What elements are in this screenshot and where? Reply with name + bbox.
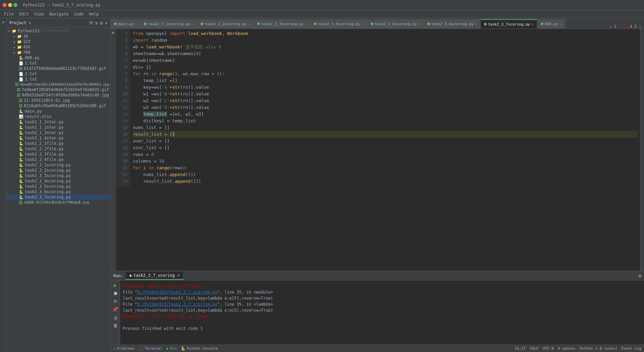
close-sidebar-icon[interactable]: ✕ [105, 20, 108, 26]
tab-task234[interactable]: task2_3_4scoring.py ✕ [311, 19, 367, 29]
menu-code[interactable]: Code [71, 11, 87, 17]
file-task237[interactable]: 🐍 task2_3_7scoring.py [7, 194, 110, 200]
run-icon: ▶ [130, 273, 132, 278]
sidebar-content: ▾ 📁 Python123 D:\Python123 ▸ 📁 10 ▸ 📁 12… [7, 28, 110, 352]
run-play-icon[interactable]: ▶ [113, 282, 117, 289]
close-run-tab-icon[interactable]: ✕ [177, 273, 179, 277]
close-tab-icon[interactable]: ✕ [418, 22, 420, 26]
close-tab-icon[interactable]: ✕ [531, 23, 533, 26]
menubar: File Edit View Navigate Code Help [0, 10, 644, 18]
file-task214[interactable]: 🐍 task2_1_4star.py [7, 135, 110, 141]
file-2txt[interactable]: 📄 2.txt [7, 71, 110, 77]
file-resultxlsx[interactable]: 📊 result.xlsx [7, 114, 110, 119]
file-task211[interactable]: 🐍 task2_1_1star.py [7, 119, 110, 125]
tab-mainpy[interactable]: main.py ✕ [111, 19, 141, 29]
line-ending[interactable]: CRLF [530, 346, 539, 351]
error-link1[interactable]: D:/Python123/task2_3_7_scoring.py [137, 290, 217, 295]
expand-icon[interactable]: ⌄ [639, 24, 641, 29]
file-task223[interactable]: 🐍 task2_2_3file.py [7, 151, 110, 157]
tab-task235[interactable]: task2_3_5scoring.py ✕ [367, 19, 424, 29]
file-gif1[interactable]: 🖼 01d7275858ebdaa801219c7702d107.gif [7, 66, 110, 71]
file-task213[interactable]: 🐍 task2_1_3star.py [7, 130, 110, 135]
error-code-line1: last_result=sorted(result_list,key=lambd… [123, 295, 641, 301]
tab-task236[interactable]: task2_3_6scoring.py ✕ [424, 19, 481, 29]
indent-info[interactable]: 4 spaces [558, 346, 576, 351]
close-tab-icon[interactable]: ✕ [248, 22, 250, 26]
py-indicator [314, 23, 317, 25]
file-task231[interactable]: 🐍 task2_3_1scoring.py [7, 162, 110, 168]
encoding[interactable]: UTF-8 [543, 346, 554, 351]
file-gif2[interactable]: 🖼 7e9ba8f285854d8ebf52025e576e0d33.gif [7, 87, 110, 92]
file-task234[interactable]: 🐍 task2_3_4scoring.py [7, 178, 110, 184]
menu-edit[interactable]: Edit [16, 11, 32, 17]
file-1txt[interactable]: 📄 1.txt [7, 60, 110, 66]
event-log[interactable]: Event Log [621, 346, 641, 351]
close-tab-icon[interactable]: ✕ [305, 22, 307, 26]
maximize-button[interactable] [13, 3, 17, 7]
problems-tab[interactable]: ⚠ Problems [113, 346, 135, 351]
run-pin-icon[interactable]: 📌 [112, 306, 119, 313]
run-stop-icon[interactable]: ⏹ [112, 290, 118, 297]
file-jpg2[interactable]: 🖼 8d9d31be07247c0fd9a5b88a74a81c45.jpg [7, 92, 110, 98]
file-3txt[interactable]: 📄 3.txt [7, 77, 110, 82]
sidebar-root[interactable]: ▾ 📁 Python123 D:\Python123 [7, 28, 110, 34]
run-settings-icon[interactable]: ⚙ [639, 273, 644, 278]
tab-task232[interactable]: task2_3_2scoring.py ✕ [197, 19, 254, 29]
tab-task231[interactable]: task2_3_1scoring.py ✕ [141, 19, 197, 29]
close-tab-icon[interactable]: ✕ [475, 22, 477, 26]
error-link2[interactable]: D:/Python123/task2_3_7_scoring.py [137, 302, 217, 307]
file-mainpy[interactable]: 🐍 main.py [7, 108, 110, 114]
run-tab[interactable]: ▶ task2_3_7_scoring ✕ [126, 272, 184, 280]
code-line: temp_list =[] [133, 77, 637, 84]
python-console-tab[interactable]: 🐍 Python Console [181, 346, 218, 351]
run-line-icon[interactable]: ▶ [112, 30, 114, 35]
run-trash-icon[interactable]: 🗑 [112, 322, 118, 329]
interpreter-info[interactable]: Python 3.8 (venv) [580, 346, 618, 351]
file-jpg3[interactable]: 🖼 21-1FH111053-51.jpg [7, 98, 110, 103]
code-content[interactable]: from openpyxl import load_workbook, Work… [130, 29, 640, 186]
file-task224[interactable]: 🐍 task2_2_4file.py [7, 157, 110, 162]
file-task222[interactable]: 🐍 task2_2_2file.py [7, 146, 110, 151]
file-task212[interactable]: 🐍 task2_1_2star.py [7, 125, 110, 130]
tab-000py[interactable]: 000.py ✕ [537, 19, 565, 29]
settings-icon[interactable]: ⚙ [100, 20, 103, 26]
close-tab-icon[interactable]: ✕ [192, 22, 194, 26]
file-task233[interactable]: 🐍 task2_3_3scoring.py [7, 173, 110, 178]
file-gif3[interactable]: 🖼 0110a65c05e056a80120925283e389.gif [7, 103, 110, 108]
close-tab-icon[interactable]: ✕ [362, 22, 364, 26]
file-task221[interactable]: 🐍 task2_2_1file.py [7, 141, 110, 146]
menu-help[interactable]: Help [86, 11, 101, 17]
sync-icon[interactable]: ⟳ [89, 20, 93, 26]
py-indicator [541, 23, 543, 25]
file-png[interactable]: 🖼 包图网_652520光晕闪烁光芒PNG效果.png [7, 200, 110, 205]
close-button[interactable] [3, 3, 7, 7]
file-task236[interactable]: 🐍 task2_3_6scoring.py [7, 189, 110, 194]
tab-task233[interactable]: task2_3_3scoring.py ✕ [254, 19, 311, 29]
file-task232[interactable]: 🐍 task2_3_2scoring.py [7, 168, 110, 173]
folder-789[interactable]: ▸ 📁 789 [7, 50, 110, 55]
folder-123[interactable]: ▸ 📁 123 [7, 39, 110, 44]
code-line: temp_list =[w1, w2, w3] [133, 111, 637, 118]
folder-10[interactable]: ▸ 📁 10 [7, 34, 110, 39]
run-print-icon[interactable]: 🖨 [112, 314, 118, 321]
file-jpg1[interactable]: 🖼 6baa85c18e285c14644d6d11eaa559e78cd046… [7, 82, 110, 87]
minimize-button[interactable] [8, 3, 12, 7]
close-tab-icon[interactable]: ✕ [135, 22, 137, 26]
file-task235[interactable]: 🐍 task2_3_5scoring.py [7, 184, 110, 189]
problems-icon: ⚠ [113, 346, 116, 351]
close-tab-icon[interactable]: ✕ [559, 22, 561, 26]
folder-456[interactable]: ▸ 📁 456 [7, 44, 110, 50]
tab-task237[interactable]: task2_3_7scoring.py ✕ [481, 19, 537, 29]
menu-navigate[interactable]: Navigate [47, 11, 71, 17]
collapse-icon[interactable]: ⇅ [95, 20, 98, 26]
run-tab-status[interactable]: ▶ Run [167, 346, 177, 351]
run-rerun-icon[interactable]: ⟳ [113, 298, 118, 305]
sidebar: Project ▾ ⟳ ⇅ ⚙ ✕ ▾ 📁 Python123 D:\Pytho… [7, 18, 111, 352]
file-000py[interactable]: 🐍 000.py [7, 55, 110, 60]
run-tab-label: task2_3_7_scoring [133, 273, 175, 278]
editor[interactable]: 12345 678910 1112131415 1617181920 21222… [116, 29, 640, 271]
terminal-tab[interactable]: ⬛ Terminal [139, 346, 163, 351]
project-icon[interactable]: ◉ [1, 19, 5, 25]
menu-file[interactable]: File [1, 11, 16, 17]
menu-view[interactable]: View [32, 11, 47, 17]
